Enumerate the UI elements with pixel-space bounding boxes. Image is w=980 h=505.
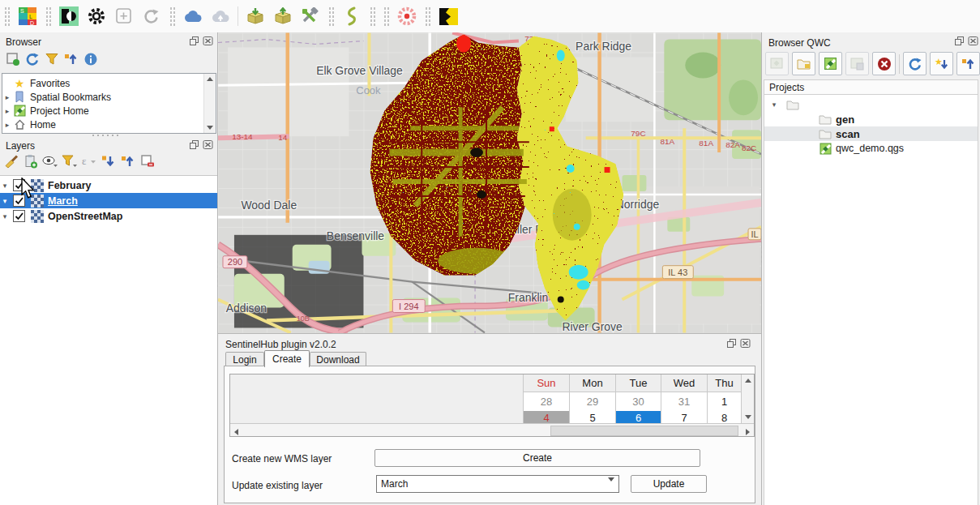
- route-shield: IL 43: [668, 267, 687, 277]
- add-box-icon[interactable]: [113, 5, 135, 28]
- settings-gear-icon[interactable]: [85, 5, 108, 28]
- calendar-day-cell-today[interactable]: 4: [524, 411, 569, 424]
- qwc-item-qwc-demo[interactable]: qwc_demo.qgs: [764, 141, 978, 156]
- layer-select-combo[interactable]: March: [376, 475, 619, 493]
- package-export-icon[interactable]: [272, 5, 294, 28]
- toolbar-grip[interactable]: [383, 6, 389, 26]
- browser-panel-float-button[interactable]: [188, 36, 199, 46]
- calendar-day-cell[interactable]: 30: [616, 392, 661, 411]
- qwc-panel-close-button[interactable]: [967, 36, 978, 46]
- manage-themes-icon[interactable]: [41, 152, 60, 170]
- calendar-day-cell[interactable]: 28: [524, 392, 569, 411]
- qwc-panel-float-button[interactable]: [953, 36, 965, 46]
- expand-arrow-icon[interactable]: ▸: [2, 93, 12, 101]
- browser-panel-close-button[interactable]: [202, 36, 213, 46]
- layers-panel-float-button[interactable]: [188, 139, 199, 150]
- expand-arrow-icon[interactable]: ▸: [2, 121, 12, 129]
- layers-panel-close-button[interactable]: [202, 139, 213, 150]
- layer-row-openstreetmap[interactable]: ▾ OpenStreetMap: [0, 208, 217, 224]
- toolbar-grip[interactable]: [370, 6, 375, 26]
- calendar-day-cell-selected[interactable]: 6: [616, 411, 661, 424]
- qwc-refresh-button[interactable]: [903, 52, 927, 75]
- collapse-arrow-icon[interactable]: ▾: [0, 182, 10, 190]
- calendar-widget[interactable]: Sun Mon Tue Wed Thu 28 29 30 31 1 4 5 6 …: [229, 374, 755, 437]
- collapse-arrow-icon[interactable]: ▾: [0, 212, 10, 220]
- qwc-item-scan[interactable]: scan: [764, 126, 978, 141]
- add-group-icon[interactable]: [21, 152, 41, 170]
- calendar-day-cell[interactable]: 5: [570, 411, 615, 424]
- layer-label: March: [48, 195, 78, 207]
- calendar-day-cell[interactable]: 8: [708, 411, 741, 424]
- tab-create[interactable]: Create: [264, 350, 310, 367]
- browser-collapse-all-icon[interactable]: [62, 50, 81, 68]
- browser-info-icon[interactable]: [81, 50, 101, 68]
- browser-item-project-home[interactable]: ▸ Project Home: [2, 104, 216, 118]
- package-install-icon[interactable]: [244, 5, 267, 28]
- qwc-delete-button[interactable]: [872, 52, 896, 75]
- calendar-day-cell[interactable]: 1: [708, 392, 741, 411]
- browser-item-home[interactable]: ▸ Home: [2, 118, 216, 131]
- qwc-tree: ▾ gen scan qwc_demo.qgs: [764, 94, 978, 505]
- toolbar-grip[interactable]: [425, 6, 430, 26]
- qwc-new-project-button[interactable]: [819, 52, 842, 75]
- map-canvas[interactable]: Elk Grove Village Park Ridge Wood Dale B…: [218, 32, 761, 333]
- expand-all-icon[interactable]: [99, 152, 118, 170]
- qwc-tree-header[interactable]: Projects: [764, 79, 978, 95]
- toolbar-grip[interactable]: [45, 6, 51, 26]
- remove-layer-icon[interactable]: [138, 152, 157, 170]
- qwc-collapse-all-button[interactable]: [956, 52, 980, 75]
- expand-arrow-icon[interactable]: ▸: [2, 107, 12, 115]
- qwc-save-project-button[interactable]: [845, 52, 869, 75]
- plugin-tools-icon[interactable]: [299, 5, 322, 28]
- filter-legend-icon[interactable]: [60, 152, 79, 170]
- calendar-horizontal-scrollbar[interactable]: [230, 423, 754, 436]
- flag-plugin-icon[interactable]: [437, 5, 460, 28]
- qwc-new-folder-button[interactable]: [792, 52, 815, 75]
- calendar-hscroll-thumb[interactable]: [550, 426, 738, 436]
- svg-text:D: D: [30, 20, 34, 26]
- calendar-day-header-tue: Tue: [616, 374, 661, 392]
- collapse-arrow-icon[interactable]: ▾: [0, 197, 10, 205]
- collapse-all-icon[interactable]: [118, 152, 138, 170]
- toolbar-grip[interactable]: [169, 6, 175, 26]
- contrast-plugin-icon[interactable]: [58, 5, 80, 28]
- filter-expression-icon[interactable]: ε: [79, 152, 99, 170]
- layer-row-february[interactable]: ▾ February: [0, 178, 217, 193]
- qwc-item-gen[interactable]: gen: [764, 112, 978, 126]
- qwc-root-folder[interactable]: ▾: [764, 97, 978, 112]
- cloud-download-icon[interactable]: [182, 5, 204, 28]
- calendar-vertical-scrollbar[interactable]: [741, 374, 754, 423]
- layer-checkbox[interactable]: [13, 210, 25, 222]
- browser-item-spatial-bookmarks[interactable]: ▸ Spatial Bookmarks: [2, 90, 216, 104]
- toolbar-grip[interactable]: [4, 6, 10, 26]
- update-button[interactable]: Update: [631, 475, 707, 493]
- tab-download[interactable]: Download: [310, 352, 366, 366]
- sentinelhub-icon[interactable]: [340, 5, 363, 28]
- layer-row-march[interactable]: ▾ March: [0, 193, 217, 208]
- browser-add-layer-icon[interactable]: [3, 50, 23, 68]
- layer-checkbox[interactable]: [13, 195, 25, 207]
- toolbar-grip[interactable]: [328, 6, 334, 26]
- calendar-day-cell[interactable]: 31: [661, 392, 707, 411]
- browser-item-favorites[interactable]: ★ Favorites: [2, 76, 216, 90]
- tab-login[interactable]: Login: [225, 352, 264, 366]
- layer-checkbox[interactable]: [13, 179, 25, 191]
- layers-panel-title: Layers: [6, 140, 35, 152]
- reload-icon[interactable]: [140, 5, 163, 28]
- browser-refresh-icon[interactable]: [23, 50, 42, 68]
- qwc-open-project-button[interactable]: [765, 52, 789, 75]
- collapse-arrow-icon[interactable]: ▾: [769, 101, 779, 109]
- browser-filter-icon[interactable]: [42, 50, 62, 68]
- plugin-panel-float-button[interactable]: [725, 338, 737, 349]
- cloud-upload-icon[interactable]: [209, 5, 232, 28]
- qwc-expand-new-button[interactable]: ★: [930, 52, 953, 75]
- layers-list: ▾ February ▾ March ▾ OpenStreetMap: [0, 175, 217, 505]
- browser-tree-scrollbar[interactable]: [203, 74, 216, 133]
- layer-styling-icon[interactable]: [2, 152, 21, 170]
- disc-plugin-icon[interactable]: [396, 5, 418, 28]
- create-button[interactable]: Create: [374, 449, 700, 467]
- plugin-panel-close-button[interactable]: [739, 338, 751, 349]
- calendar-day-cell[interactable]: 29: [570, 392, 615, 411]
- calendar-day-cell[interactable]: 7: [661, 411, 707, 424]
- sld-plugin-icon[interactable]: SLD: [16, 5, 39, 28]
